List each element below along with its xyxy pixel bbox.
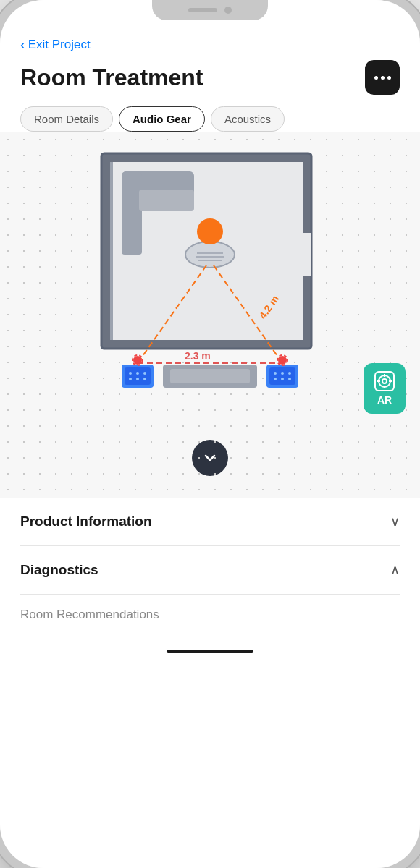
svg-point-21 [129, 372, 132, 375]
camera [224, 7, 232, 14]
product-information-header[interactable]: Product Information ∨ [20, 514, 400, 529]
svg-point-8 [185, 242, 235, 268]
svg-point-22 [136, 372, 139, 375]
svg-rect-7 [122, 218, 142, 255]
info-sections: Product Information ∨ Diagnostics ∧ [0, 498, 420, 595]
svg-point-23 [143, 372, 146, 375]
content-area: ‹ Exit Project Room Treatment Room Detai… [0, 29, 420, 868]
menu-button[interactable] [365, 60, 400, 95]
svg-point-32 [281, 372, 284, 375]
svg-point-35 [281, 378, 284, 380]
svg-rect-39 [170, 369, 250, 383]
diagnostics-chevron-icon: ∧ [390, 562, 400, 578]
svg-rect-2 [295, 233, 311, 276]
room-recommendations-section: Room Recommendations [0, 595, 420, 644]
svg-point-26 [143, 378, 146, 380]
ar-icon-svg [376, 373, 393, 390]
product-information-section: Product Information ∨ [20, 498, 400, 546]
room-diagram-svg: 4.2 m 2.3 m [80, 146, 340, 428]
svg-point-31 [274, 372, 277, 375]
tab-acoustics[interactable]: Acoustics [211, 106, 285, 132]
svg-rect-3 [110, 162, 113, 340]
diagnostics-title: Diagnostics [20, 562, 98, 578]
svg-point-24 [129, 378, 132, 380]
diagnostics-section: Diagnostics ∧ [20, 546, 400, 595]
svg-text:2.3 m: 2.3 m [185, 350, 211, 362]
title-row: Room Treatment [20, 60, 400, 95]
back-button[interactable]: ‹ Exit Project [20, 36, 400, 53]
tabs-row: Room Details Audio Gear Acoustics [0, 106, 420, 132]
ar-icon [374, 371, 395, 391]
svg-rect-6 [139, 190, 194, 211]
back-label: Exit Project [28, 38, 91, 52]
phone-frame: ‹ Exit Project Room Treatment Room Detai… [0, 0, 420, 868]
ar-button[interactable]: AR [364, 363, 406, 414]
svg-point-18 [133, 356, 142, 365]
svg-point-28 [278, 356, 287, 365]
svg-point-40 [379, 375, 390, 387]
phone-notch [152, 0, 268, 20]
ar-label: AR [377, 394, 392, 406]
room-svg-container: 4.2 m 2.3 m [14, 146, 406, 428]
header: ‹ Exit Project Room Treatment [0, 29, 420, 95]
product-information-title: Product Information [20, 514, 152, 529]
svg-point-33 [288, 372, 291, 375]
menu-dot-1 [374, 76, 378, 80]
svg-point-36 [288, 378, 291, 380]
page-title: Room Treatment [20, 64, 203, 91]
svg-point-34 [274, 378, 277, 380]
product-information-chevron-icon: ∨ [390, 514, 400, 529]
svg-point-41 [382, 379, 387, 383]
menu-dot-3 [387, 76, 391, 80]
menu-dot-2 [381, 76, 385, 80]
svg-rect-30 [269, 367, 295, 385]
svg-point-25 [136, 378, 139, 380]
speaker [188, 8, 217, 12]
home-indicator [167, 650, 253, 653]
svg-point-9 [197, 218, 223, 244]
room-diagram-area: 4.2 m 2.3 m [0, 132, 420, 498]
screen: ‹ Exit Project Room Treatment Room Detai… [0, 0, 420, 868]
room-recommendations-label: Room Recommendations [20, 608, 159, 621]
back-chevron-icon: ‹ [20, 36, 25, 53]
tab-audio-gear[interactable]: Audio Gear [119, 106, 205, 132]
svg-rect-20 [125, 367, 151, 385]
tab-room-details[interactable]: Room Details [20, 106, 113, 132]
diagnostics-header[interactable]: Diagnostics ∧ [20, 562, 400, 578]
